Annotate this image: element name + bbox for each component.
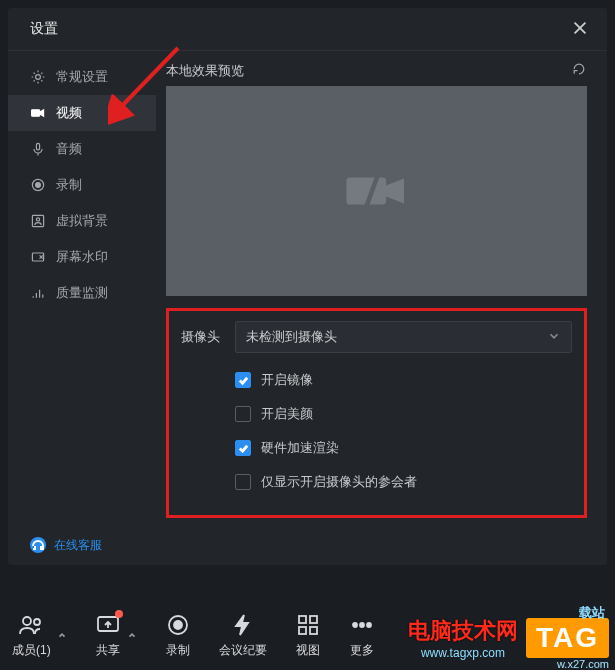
toolbar-view[interactable]: 视图: [295, 612, 321, 659]
toolbar-label: 视图: [296, 642, 320, 659]
sidebar-item-virtual-bg[interactable]: 虚拟背景: [8, 203, 156, 239]
svg-point-11: [34, 619, 40, 625]
svg-rect-2: [36, 143, 39, 149]
sidebar-item-label: 屏幕水印: [56, 248, 108, 266]
camera-field-label: 摄像头: [181, 328, 225, 346]
support-label: 在线客服: [54, 537, 102, 554]
rotate-icon: [571, 61, 587, 77]
sidebar-item-label: 视频: [56, 104, 82, 122]
chevron-up-icon[interactable]: [57, 628, 67, 643]
preview-header: 本地效果预览: [166, 61, 587, 80]
toolbar-label: 更多: [350, 642, 374, 659]
toolbar-label: 会议纪要: [219, 642, 267, 659]
preview-label: 本地效果预览: [166, 62, 244, 80]
camera-off-icon: [341, 162, 413, 220]
option-beauty[interactable]: 开启美颜: [235, 405, 572, 423]
svg-point-21: [367, 623, 371, 627]
svg-point-4: [36, 183, 41, 188]
record-icon: [165, 612, 191, 638]
checkbox-icon: [235, 406, 251, 422]
svg-rect-18: [310, 627, 317, 634]
support-link[interactable]: 在线客服: [8, 525, 156, 565]
dropdown-value: 未检测到摄像头: [246, 328, 337, 346]
badge-dot: [115, 610, 123, 618]
sidebar-item-record[interactable]: 录制: [8, 167, 156, 203]
toolbar-label: 成员(1): [12, 642, 51, 659]
svg-point-19: [353, 623, 357, 627]
sidebar-item-audio[interactable]: 音频: [8, 131, 156, 167]
svg-point-0: [36, 75, 41, 80]
more-icon: [349, 612, 375, 638]
chevron-up-icon[interactable]: [127, 628, 137, 643]
close-icon: [571, 19, 589, 37]
share-screen-icon: [95, 612, 121, 638]
sidebar-item-label: 音频: [56, 140, 82, 158]
svg-point-14: [174, 621, 182, 629]
person-square-icon: [30, 213, 46, 229]
option-label: 仅显示开启摄像头的参会者: [261, 473, 417, 491]
svg-rect-1: [32, 110, 40, 116]
option-label: 硬件加速渲染: [261, 439, 339, 457]
toolbar-share[interactable]: 共享: [95, 612, 121, 659]
grid-icon: [295, 612, 321, 638]
sidebar-item-video[interactable]: 视频: [8, 95, 156, 131]
sidebar-item-label: 录制: [56, 176, 82, 194]
options-list: 开启镜像 开启美颜 硬件加速渲染 仅显示开启摄像头的参会者: [235, 371, 572, 491]
toolbar-label: 录制: [166, 642, 190, 659]
watermark-partial-url: w.x27.com: [557, 658, 609, 670]
sidebar-item-label: 虚拟背景: [56, 212, 108, 230]
toolbar-label: 共享: [96, 642, 120, 659]
close-button[interactable]: [571, 19, 589, 40]
gear-icon: [30, 69, 46, 85]
modal-header: 设置: [8, 8, 607, 50]
option-mirror[interactable]: 开启镜像: [235, 371, 572, 389]
sidebar-item-label: 质量监测: [56, 284, 108, 302]
headset-icon: [30, 537, 46, 553]
toolbar-record[interactable]: 录制: [165, 612, 191, 659]
modal-body: 常规设置 视频 音频 录制 虚拟背景 屏幕水印: [8, 51, 607, 565]
option-label: 开启美颜: [261, 405, 313, 423]
bars-icon: [30, 285, 46, 301]
option-camera-only[interactable]: 仅显示开启摄像头的参会者: [235, 473, 572, 491]
lightning-icon: [230, 612, 256, 638]
sidebar: 常规设置 视频 音频 录制 虚拟背景 屏幕水印: [8, 51, 156, 565]
microphone-icon: [30, 141, 46, 157]
sidebar-item-label: 常规设置: [56, 68, 108, 86]
svg-rect-16: [310, 616, 317, 623]
sidebar-item-watermark[interactable]: 屏幕水印: [8, 239, 156, 275]
toolbar-notes[interactable]: 会议纪要: [219, 612, 267, 659]
option-label: 开启镜像: [261, 371, 313, 389]
rotate-button[interactable]: [571, 61, 587, 80]
checkbox-icon: [235, 372, 251, 388]
toolbar-members[interactable]: 成员(1): [12, 612, 51, 659]
chevron-down-icon: [547, 329, 561, 346]
svg-point-6: [36, 218, 39, 221]
svg-rect-15: [299, 616, 306, 623]
checkbox-icon: [235, 474, 251, 490]
camera-icon: [30, 105, 46, 121]
sidebar-item-general[interactable]: 常规设置: [8, 59, 156, 95]
highlighted-region: 摄像头 未检测到摄像头 开启镜像 开启美颜: [166, 308, 587, 518]
checkbox-icon: [235, 440, 251, 456]
option-hw-accel[interactable]: 硬件加速渲染: [235, 439, 572, 457]
svg-point-10: [23, 617, 31, 625]
settings-modal: 设置 常规设置 视频 音频 录制 虚拟背景: [8, 8, 607, 565]
members-icon: [18, 612, 44, 638]
svg-rect-17: [299, 627, 306, 634]
bottom-toolbar: 成员(1) 共享 录制 会议纪要 视图 更多: [0, 600, 615, 670]
toolbar-more[interactable]: 更多: [349, 612, 375, 659]
watermark-icon: [30, 249, 46, 265]
video-preview: [166, 86, 587, 296]
camera-dropdown[interactable]: 未检测到摄像头: [235, 321, 572, 353]
record-icon: [30, 177, 46, 193]
main-panel: 本地效果预览 摄像头 未检测到摄像头: [156, 51, 607, 565]
modal-title: 设置: [30, 20, 58, 38]
camera-row: 摄像头 未检测到摄像头: [181, 321, 572, 353]
spacer: [8, 311, 156, 525]
sidebar-item-quality[interactable]: 质量监测: [8, 275, 156, 311]
watermark-partial: 载站: [579, 604, 605, 622]
svg-point-20: [360, 623, 364, 627]
